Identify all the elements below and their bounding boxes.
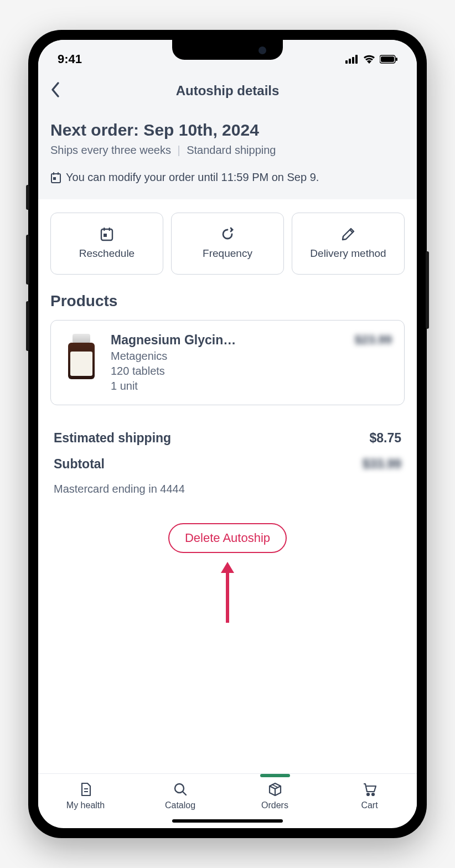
phone-side-button — [26, 185, 29, 210]
phone-side-button — [26, 301, 29, 351]
page-header: Autoship details — [38, 73, 417, 108]
reschedule-label: Reschedule — [79, 247, 135, 261]
nav-catalog[interactable]: Catalog — [133, 782, 228, 810]
subtotal-label: Subtotal — [54, 457, 105, 472]
subtotal-value: $33.99 — [363, 457, 401, 472]
product-card[interactable]: Magnesium Glycin… Metagenics 120 tablets… — [50, 320, 405, 405]
ship-frequency: Ships every three weeks — [50, 144, 171, 156]
page-title: Autoship details — [50, 83, 405, 99]
divider: | — [177, 144, 180, 156]
bottom-navigation: My health Catalog Orders — [38, 773, 417, 815]
cart-icon — [362, 782, 378, 797]
nav-label: My health — [66, 800, 105, 810]
back-button[interactable] — [50, 81, 60, 100]
pencil-icon — [341, 227, 355, 241]
refresh-icon — [220, 227, 235, 241]
ship-method: Standard shipping — [187, 144, 276, 156]
modify-note: You can modify your order until 11:59 PM… — [50, 171, 405, 184]
nav-label: Orders — [261, 800, 288, 810]
delivery-method-button[interactable]: Delivery method — [292, 213, 405, 275]
action-buttons-row: Reschedule Frequency Delivery method — [50, 213, 405, 275]
product-brand: Metagenics — [111, 350, 344, 363]
svg-rect-6 — [396, 58, 397, 61]
product-units: 1 unit — [111, 380, 344, 392]
nav-label: Cart — [361, 800, 378, 810]
product-price: $23.99 — [355, 333, 392, 347]
svg-rect-2 — [352, 57, 354, 64]
battery-icon — [380, 55, 397, 64]
svg-point-20 — [367, 793, 369, 795]
arrow-annotation — [50, 562, 405, 623]
phone-side-button — [426, 251, 429, 329]
reschedule-button[interactable]: Reschedule — [50, 213, 163, 275]
order-info-section: Next order: Sep 10th, 2024 Ships every t… — [38, 108, 417, 199]
nav-cart[interactable]: Cart — [322, 782, 417, 810]
bottle-illustration — [68, 334, 95, 379]
subtotal-row: Subtotal $33.99 — [50, 451, 405, 477]
product-image — [63, 333, 100, 380]
document-icon — [78, 782, 94, 797]
nav-label: Catalog — [165, 800, 195, 810]
search-icon — [173, 782, 188, 797]
svg-point-21 — [372, 793, 374, 795]
phone-screen: 9:41 — [38, 40, 417, 828]
shipping-label: Estimated shipping — [54, 431, 171, 446]
status-time: 9:41 — [58, 52, 82, 66]
svg-rect-0 — [345, 60, 348, 64]
nav-orders[interactable]: Orders — [228, 782, 322, 810]
svg-rect-3 — [355, 55, 358, 64]
svg-rect-5 — [381, 56, 394, 62]
shipping-value: $8.75 — [369, 431, 401, 446]
modify-note-text: You can modify your order until 11:59 PM… — [66, 171, 319, 184]
product-info: Magnesium Glycin… Metagenics 120 tablets… — [111, 333, 344, 392]
svg-rect-13 — [109, 228, 111, 231]
phone-side-button — [26, 235, 29, 285]
svg-rect-10 — [53, 177, 56, 180]
svg-rect-9 — [58, 172, 59, 175]
frequency-button[interactable]: Frequency — [171, 213, 284, 275]
wifi-icon — [363, 55, 375, 64]
svg-rect-14 — [104, 234, 107, 237]
frequency-label: Frequency — [203, 247, 252, 261]
svg-rect-1 — [349, 59, 351, 64]
calendar-icon — [50, 172, 61, 183]
shipping-row: Estimated shipping $8.75 — [50, 425, 405, 451]
arrow-up-icon — [219, 562, 236, 623]
svg-line-18 — [183, 792, 186, 795]
calendar-icon — [100, 227, 114, 241]
svg-rect-12 — [104, 228, 105, 231]
home-indicator[interactable] — [172, 819, 283, 823]
products-heading: Products — [50, 292, 405, 310]
product-name: Magnesium Glycin… — [111, 333, 255, 348]
phone-frame: 9:41 — [28, 30, 427, 838]
ship-info: Ships every three weeks | Standard shipp… — [50, 144, 405, 157]
next-order-heading: Next order: Sep 10th, 2024 — [50, 121, 405, 140]
phone-notch — [172, 40, 283, 60]
payment-info: Mastercard ending in 4444 — [50, 477, 405, 501]
main-content: Reschedule Frequency Delivery method — [38, 199, 417, 773]
svg-rect-8 — [53, 172, 54, 175]
delivery-label: Delivery method — [310, 247, 386, 261]
nav-my-health[interactable]: My health — [38, 782, 133, 810]
status-icons — [345, 55, 397, 64]
cellular-signal-icon — [345, 55, 359, 64]
delete-autoship-button[interactable]: Delete Autoship — [168, 523, 287, 553]
box-icon — [267, 782, 283, 797]
chevron-left-icon — [50, 81, 60, 98]
product-quantity: 120 tablets — [111, 365, 344, 378]
